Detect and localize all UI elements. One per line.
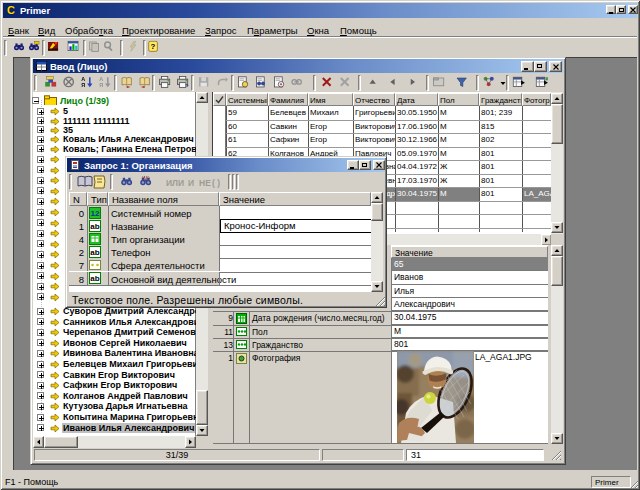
- svg-text:Я: Я: [99, 82, 103, 88]
- svg-text:А: А: [81, 76, 85, 82]
- svg-text:Я: Я: [81, 82, 85, 88]
- svg-text:ab: ab: [90, 222, 99, 231]
- svg-text:(АБ): (АБ): [142, 175, 150, 180]
- svg-text:ab: ab: [90, 274, 99, 283]
- svg-text:?: ?: [151, 42, 156, 51]
- svg-text:ab: ab: [90, 248, 99, 257]
- svg-text:12: 12: [91, 209, 100, 218]
- svg-text:А: А: [99, 76, 103, 82]
